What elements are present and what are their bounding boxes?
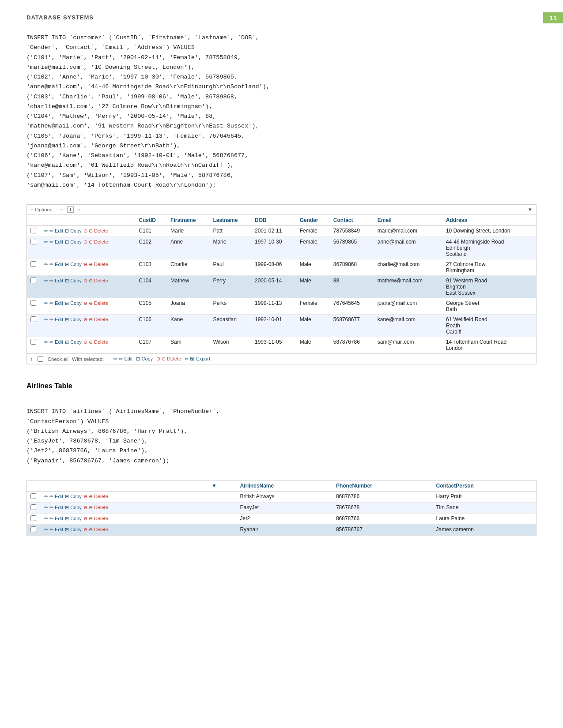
delete-btn[interactable]: ⊖ Delete (83, 527, 109, 533)
table-cell: Male (296, 259, 330, 276)
copy-btn[interactable]: ⊞ Copy (64, 300, 83, 306)
sort-cell (208, 502, 236, 513)
copy-btn[interactable]: ⊞ Copy (64, 494, 83, 499)
table-cell: Kane (167, 315, 209, 337)
table-cell: 86878766 (333, 513, 433, 524)
table-cell: Female (296, 298, 330, 315)
address-cell: 44-46 Morningside Road Edinburgh Scotlan… (442, 237, 536, 259)
table-cell: 56789865 (330, 237, 374, 259)
footer-edit-btn[interactable]: ✏ Edit (113, 356, 133, 362)
row-checkbox[interactable] (30, 239, 36, 244)
edit-btn[interactable]: ✏ Edit (43, 239, 64, 245)
delete-btn[interactable]: ⊖ Delete (83, 494, 109, 499)
table-cell: 1999-11-13 (251, 298, 296, 315)
row-checkbox[interactable] (30, 493, 36, 499)
footer-nav-up[interactable]: ↑ (30, 356, 33, 362)
delete-btn[interactable]: ⊖ Delete (83, 317, 109, 323)
edit-btn[interactable]: ✏ Edit (43, 317, 64, 323)
delete-btn[interactable]: ⊖ Delete (83, 505, 109, 510)
copy-btn[interactable]: ⊞ Copy (64, 278, 83, 284)
row-checkbox[interactable] (30, 515, 36, 521)
col-phonenumber: PhoneNumber (333, 480, 433, 492)
table-cell: C106 (135, 315, 167, 337)
table-cell: Male (296, 276, 330, 298)
table-cell: Charlie (167, 259, 209, 276)
col-address: Address (442, 215, 536, 226)
table-cell: Marie (209, 237, 251, 259)
table-cell: C107 (135, 337, 167, 353)
table-cell: joana@mail.com (374, 298, 442, 315)
table-cell: sam@mail.com (374, 337, 442, 353)
edit-btn[interactable]: ✏ Edit (43, 262, 64, 267)
copy-btn[interactable]: ⊞ Copy (64, 527, 83, 533)
delete-btn[interactable]: ⊖ Delete (83, 300, 109, 306)
table-cell: 767645645 (330, 298, 374, 315)
edit-btn[interactable]: ✏ Edit (43, 300, 64, 306)
table-cell: EasyJet (236, 502, 332, 513)
delete-btn[interactable]: ⊖ Delete (83, 228, 109, 234)
row-checkbox[interactable] (30, 504, 36, 510)
table-cell: Mathew (167, 276, 209, 298)
edit-btn[interactable]: ✏ Edit (43, 527, 64, 533)
table-cell: 88 (330, 276, 374, 298)
options-label[interactable]: + Options (30, 207, 53, 212)
delete-btn[interactable]: ⊖ Delete (83, 516, 109, 522)
table-cell: 1997-10-30 (251, 237, 296, 259)
page-number: 11 (543, 12, 563, 23)
nav-right[interactable]: → (76, 207, 82, 212)
address-cell: George Street Bath (442, 298, 536, 315)
delete-btn[interactable]: ⊖ Delete (83, 239, 109, 245)
row-checkbox[interactable] (30, 339, 36, 345)
nav-left[interactable]: ← (60, 207, 65, 212)
row-checkbox[interactable] (30, 300, 36, 306)
edit-btn[interactable]: ✏ Edit (43, 339, 64, 345)
table-cell: marie@mail.com (374, 226, 442, 237)
table-cell: 86876786 (333, 491, 433, 502)
edit-btn[interactable]: ✏ Edit (43, 505, 64, 510)
table-cell: Jet2 (236, 513, 332, 524)
customer-table-options-bar: + Options ← T → ▼ (27, 205, 536, 215)
table-cell: Female (296, 237, 330, 259)
copy-btn[interactable]: ⊞ Copy (64, 339, 83, 345)
copy-btn[interactable]: ⊞ Copy (64, 262, 83, 267)
nav-table[interactable]: T (67, 206, 74, 213)
customer-table-area: + Options ← T → ▼ CustID Firstname Lastn… (26, 204, 537, 364)
copy-btn[interactable]: ⊞ Copy (64, 505, 83, 510)
edit-btn[interactable]: ✏ Edit (43, 516, 64, 522)
check-all-checkbox[interactable] (38, 356, 43, 362)
col-email: Email (374, 215, 442, 226)
footer-export-btn[interactable]: 🖫 Export (184, 356, 211, 362)
copy-btn[interactable]: ⊞ Copy (64, 516, 83, 522)
table-cell: 86789868 (330, 259, 374, 276)
delete-btn[interactable]: ⊖ Delete (83, 278, 109, 284)
footer-copy-btn[interactable]: ⊞ Copy (135, 356, 154, 362)
col-sort: ▼ (208, 480, 236, 492)
table-cell: 2001-02-11 (251, 226, 296, 237)
table-cell: British Airways (236, 491, 332, 502)
col-contactperson: ContactPerson (433, 480, 536, 492)
edit-btn[interactable]: ✏ Edit (43, 228, 64, 234)
table-cell: Paul (209, 259, 251, 276)
copy-btn[interactable]: ⊞ Copy (64, 228, 83, 234)
edit-btn[interactable]: ✏ Edit (43, 278, 64, 284)
row-actions: ✏ Edit⊞ Copy⊖ Delete (40, 524, 208, 535)
table-cell: 856786767 (333, 524, 433, 535)
delete-btn[interactable]: ⊖ Delete (83, 262, 109, 267)
row-checkbox[interactable] (30, 228, 36, 233)
row-checkbox[interactable] (30, 316, 36, 322)
copy-btn[interactable]: ⊞ Copy (64, 239, 83, 245)
table-cell: Marie (167, 226, 209, 237)
delete-btn[interactable]: ⊖ Delete (83, 339, 109, 345)
row-actions: ✏ Edit⊞ Copy⊖ Delete (40, 502, 208, 513)
row-checkbox[interactable] (30, 526, 36, 532)
footer-delete-btn[interactable]: ⊖ Delete (155, 356, 182, 362)
table-cell: James cameron (433, 524, 536, 535)
table-cell: Harry Pratt (433, 491, 536, 502)
col-custid: CustID (135, 215, 167, 226)
address-cell: 61 Wellfield Road Roath Cardiff (442, 315, 536, 337)
copy-btn[interactable]: ⊞ Copy (64, 317, 83, 323)
row-checkbox[interactable] (30, 261, 36, 267)
edit-btn[interactable]: ✏ Edit (43, 494, 64, 499)
address-cell: 91 Western Road Brighton East Sussex (442, 276, 536, 298)
row-checkbox[interactable] (30, 278, 36, 283)
